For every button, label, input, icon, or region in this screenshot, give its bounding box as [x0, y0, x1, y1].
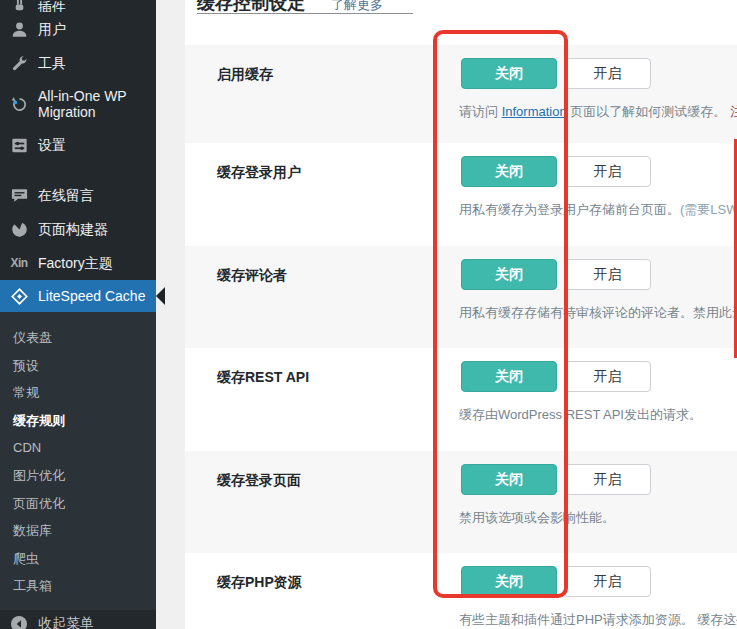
sidebar-item-page-builder[interactable]: 页面构建器 — [0, 212, 156, 246]
menu-separator — [0, 162, 156, 178]
sidebar-item-plugins[interactable]: 插件 — [0, 0, 156, 12]
toggle-on-button[interactable]: 开启 — [564, 464, 651, 495]
current-item-arrow-icon — [156, 287, 165, 305]
screenshot-stage: 缓存控制设定 了解更多 启用缓存关闭开启请访问 Information 页面以了… — [0, 0, 737, 629]
description-text: 用私有缓存存储有待审核评论的评论者。禁用此选项 — [459, 305, 737, 320]
header-divider — [197, 13, 413, 14]
description-text: 有些主题和插件通过PHP请求添加资源。 缓存这些页 — [459, 612, 737, 627]
toggle-off-button[interactable]: 关闭 — [461, 156, 557, 187]
description-text: 禁用该选项或会影响性能。 — [459, 510, 615, 525]
setting-label: 缓存PHP资源 — [217, 574, 302, 592]
toggle-group: 关闭开启 — [461, 156, 651, 187]
sliders-icon — [9, 135, 29, 155]
toggle-on-button[interactable]: 开启 — [564, 361, 651, 392]
submenu-item-database[interactable]: 数据库 — [0, 517, 156, 545]
toggle-off-button[interactable]: 关闭 — [461, 464, 557, 495]
admin-background-gutter — [156, 0, 185, 629]
toggle-on-button[interactable]: 开启 — [564, 58, 651, 89]
litespeed-submenu: 仪表盘预设常规缓存规则CDN图片优化页面优化数据库爬虫工具箱 — [0, 312, 156, 610]
pie-icon — [9, 219, 29, 239]
setting-label: 缓存REST API — [217, 369, 309, 387]
setting-row-enable-cache: 启用缓存关闭开启请访问 Information 页面以了解如何测试缓存。 注意 — [185, 45, 737, 143]
wp-admin-sidebar: 插件用户工具All-in-One WP Migration设置在线留言页面构建器… — [0, 0, 156, 629]
comment-icon — [9, 185, 29, 205]
litespeed-settings-panel: 缓存控制设定 了解更多 启用缓存关闭开启请访问 Information 页面以了… — [185, 0, 737, 629]
submenu-item-cache-rules[interactable]: 缓存规则 — [0, 407, 156, 435]
setting-label: 缓存登录页面 — [217, 472, 301, 490]
toggle-off-button[interactable]: 关闭 — [461, 259, 557, 290]
toggle-off-button[interactable]: 关闭 — [461, 566, 557, 597]
description-text: 注意 — [730, 104, 737, 119]
sidebar-item-all-in-one-wp-migration[interactable]: All-in-One WP Migration — [0, 80, 156, 128]
toggle-off-button[interactable]: 关闭 — [461, 361, 557, 392]
description-text: 缓存由WordPress REST API发出的请求。 — [459, 407, 702, 422]
setting-label: 缓存登录用户 — [217, 164, 301, 182]
description-link[interactable]: Information — [502, 104, 567, 119]
toggle-group: 关闭开启 — [461, 259, 651, 290]
collapse-menu-label: 收起菜单 — [38, 615, 94, 629]
sidebar-item-settings[interactable]: 设置 — [0, 128, 156, 162]
sidebar-item-litespeed-cache[interactable]: LiteSpeed Cache — [0, 280, 156, 312]
sidebar-item-tools[interactable]: 工具 — [0, 46, 156, 80]
setting-row-cache-login-page: 缓存登录页面关闭开启禁用该选项或会影响性能。 — [185, 451, 737, 553]
user-icon — [9, 19, 29, 39]
submenu-item-dashboard[interactable]: 仪表盘 — [0, 324, 156, 352]
sidebar-item-label: All-in-One WP Migration — [38, 88, 138, 120]
description-text: 用私有缓存为登录用户存储前台页面。 — [459, 202, 680, 217]
description-text: (需要LSWS v — [680, 202, 737, 217]
toggle-group: 关闭开启 — [461, 464, 651, 495]
sidebar-item-users[interactable]: 用户 — [0, 12, 156, 46]
setting-description: 有些主题和插件通过PHP请求添加资源。 缓存这些页 — [459, 611, 737, 629]
submenu-item-toolbox[interactable]: 工具箱 — [0, 572, 156, 600]
setting-row-cache-rest-api: 缓存REST API关闭开启缓存由WordPress REST API发出的请求… — [185, 348, 737, 451]
description-text: 请访问 — [459, 104, 502, 119]
litespeed-icon — [9, 286, 29, 306]
toggle-group: 关闭开启 — [461, 361, 651, 392]
sidebar-item-label: 用户 — [38, 21, 66, 37]
setting-description: 用私有缓存存储有待审核评论的评论者。禁用此选项 — [459, 304, 737, 322]
submenu-item-general[interactable]: 常规 — [0, 379, 156, 407]
wrench-icon — [9, 53, 29, 73]
sidebar-item-label: 页面构建器 — [38, 221, 108, 237]
setting-row-cache-logged-in-users: 缓存登录用户关闭开启用私有缓存为登录用户存储前台页面。(需要LSWS v — [185, 143, 737, 246]
setting-description: 缓存由WordPress REST API发出的请求。 — [459, 406, 702, 424]
collapse-arrow-icon — [9, 614, 29, 629]
sidebar-item-label: 在线留言 — [38, 187, 94, 203]
submenu-item-crawler[interactable]: 爬虫 — [0, 545, 156, 573]
sidebar-item-label: 插件 — [38, 0, 66, 12]
submenu-item-cdn[interactable]: CDN — [0, 434, 156, 462]
setting-row-cache-commenters: 缓存评论者关闭开启用私有缓存存储有待审核评论的评论者。禁用此选项 — [185, 246, 737, 348]
setting-description: 请访问 Information 页面以了解如何测试缓存。 注意 — [459, 103, 737, 121]
sidebar-item-messages[interactable]: 在线留言 — [0, 178, 156, 212]
submenu-item-presets[interactable]: 预设 — [0, 352, 156, 380]
sidebar-item-label: Factory主题 — [38, 255, 113, 271]
toggle-group: 关闭开启 — [461, 58, 651, 89]
sidebar-item-label: 设置 — [38, 137, 66, 153]
setting-label: 启用缓存 — [217, 66, 273, 84]
setting-description: 禁用该选项或会影响性能。 — [459, 509, 615, 527]
sidebar-item-label: LiteSpeed Cache — [38, 288, 145, 304]
plug-icon — [9, 0, 29, 12]
setting-row-cache-php-resources: 缓存PHP资源关闭开启有些主题和插件通过PHP请求添加资源。 缓存这些页 — [185, 553, 737, 629]
description-text: 页面以了解如何测试缓存。 — [567, 104, 730, 119]
toggle-on-button[interactable]: 开启 — [564, 156, 651, 187]
submenu-item-image-optimization[interactable]: 图片优化 — [0, 462, 156, 490]
migration-icon — [9, 94, 29, 114]
collapse-menu-button[interactable]: 收起菜单 — [0, 607, 156, 629]
toggle-group: 关闭开启 — [461, 566, 651, 597]
settings-table: 启用缓存关闭开启请访问 Information 页面以了解如何测试缓存。 注意缓… — [185, 45, 737, 629]
xin-logo-icon: Xin — [9, 253, 29, 273]
learn-more-link[interactable]: 了解更多 — [331, 0, 383, 14]
sidebar-item-label: 工具 — [38, 55, 66, 71]
sidebar-item-xin-factory-theme[interactable]: XinFactory主题 — [0, 246, 156, 280]
setting-label: 缓存评论者 — [217, 267, 287, 285]
toggle-off-button[interactable]: 关闭 — [461, 58, 557, 89]
toggle-on-button[interactable]: 开启 — [564, 259, 651, 290]
setting-description: 用私有缓存为登录用户存储前台页面。(需要LSWS v — [459, 201, 737, 219]
submenu-item-page-optimization[interactable]: 页面优化 — [0, 490, 156, 518]
toggle-on-button[interactable]: 开启 — [564, 566, 651, 597]
